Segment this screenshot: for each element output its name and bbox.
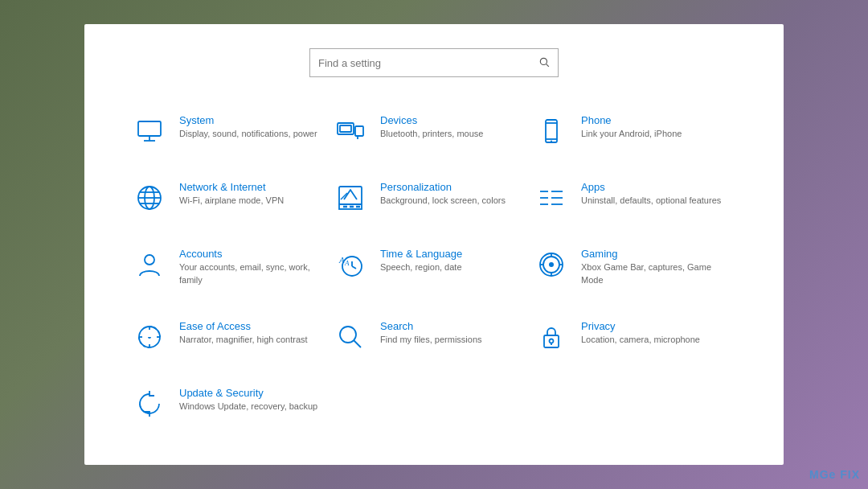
search-icon [334, 320, 367, 354]
devices-desc: Bluetooth, printers, mouse [380, 128, 483, 140]
search-input[interactable] [318, 57, 538, 69]
ease-desc: Narrator, magnifier, high contrast [179, 334, 308, 346]
gaming-desc: Xbox Game Bar, captures, Game Mode [581, 261, 726, 286]
settings-item-update[interactable]: Update & Security Windows Update, recove… [133, 374, 334, 441]
accounts-title: Accounts [179, 248, 324, 260]
settings-item-privacy[interactable]: Privacy Location, camera, microphone [534, 307, 735, 374]
gaming-title: Gaming [581, 248, 726, 260]
settings-item-system[interactable]: System Display, sound, notifications, po… [133, 101, 334, 168]
svg-rect-8 [340, 125, 351, 132]
system-text: System Display, sound, notifications, po… [179, 114, 317, 140]
ease-title: Ease of Access [179, 320, 308, 332]
ease-text: Ease of Access Narrator, magnifier, high… [179, 320, 308, 346]
devices-icon [334, 114, 367, 148]
search-text: Search Find my files, permissions [380, 320, 482, 346]
svg-line-48 [354, 340, 361, 347]
settings-window: System Display, sound, notifications, po… [84, 24, 784, 465]
accounts-text: Accounts Your accounts, email, sync, wor… [179, 248, 324, 286]
svg-point-50 [550, 339, 554, 343]
svg-point-0 [540, 58, 547, 64]
settings-item-gaming[interactable]: Gaming Xbox Game Bar, captures, Game Mod… [534, 235, 735, 306]
apps-text: Apps Uninstall, defaults, optional featu… [581, 181, 721, 207]
svg-point-29 [145, 255, 154, 265]
settings-item-time[interactable]: A A Time & Language Speech, region, date [334, 235, 534, 306]
privacy-icon [534, 320, 568, 354]
settings-item-ease[interactable]: Ease of Access Narrator, magnifier, high… [133, 307, 334, 374]
search-bar [309, 48, 559, 77]
settings-item-apps[interactable]: Apps Uninstall, defaults, optional featu… [534, 168, 735, 235]
svg-line-1 [547, 64, 549, 66]
personalization-desc: Background, lock screen, colors [380, 195, 506, 207]
search-desc: Find my files, permissions [380, 334, 482, 346]
settings-item-search[interactable]: Search Find my files, permissions [334, 307, 534, 374]
phone-title: Phone [581, 114, 682, 126]
update-desc: Windows Update, recovery, backup [179, 401, 317, 413]
phone-desc: Link your Android, iPhone [581, 128, 682, 140]
settings-item-accounts[interactable]: Accounts Your accounts, email, sync, wor… [133, 235, 334, 306]
apps-title: Apps [581, 181, 721, 193]
network-desc: Wi-Fi, airplane mode, VPN [179, 195, 284, 207]
update-icon [133, 387, 166, 421]
accounts-icon [133, 248, 166, 281]
settings-grid: System Display, sound, notifications, po… [133, 101, 735, 441]
watermark: MGe FIX [809, 468, 860, 481]
phone-text: Phone Link your Android, iPhone [581, 114, 682, 140]
phone-icon [534, 114, 568, 148]
privacy-text: Privacy Location, camera, microphone [581, 320, 700, 346]
svg-rect-49 [544, 335, 559, 347]
privacy-desc: Location, camera, microphone [581, 334, 700, 346]
search-icon [538, 56, 550, 70]
svg-rect-2 [138, 121, 161, 136]
accounts-desc: Your accounts, email, sync, work, family [179, 261, 324, 286]
personalization-icon [334, 181, 367, 215]
settings-item-devices[interactable]: Devices Bluetooth, printers, mouse [334, 101, 534, 168]
svg-point-12 [551, 141, 552, 142]
gaming-icon [534, 248, 568, 281]
svg-rect-6 [355, 126, 363, 136]
system-desc: Display, sound, notifications, power [179, 128, 317, 140]
search-title: Search [380, 320, 482, 332]
apps-desc: Uninstall, defaults, optional features [581, 195, 721, 207]
personalization-title: Personalization [380, 181, 506, 193]
time-title: Time & Language [380, 248, 462, 260]
ease-icon [133, 320, 166, 354]
system-icon [133, 114, 166, 148]
settings-item-phone[interactable]: Phone Link your Android, iPhone [534, 101, 735, 168]
settings-item-network[interactable]: Network & Internet Wi-Fi, airplane mode,… [133, 168, 334, 235]
time-text: Time & Language Speech, region, date [380, 248, 462, 273]
devices-title: Devices [380, 114, 483, 126]
svg-line-32 [352, 266, 356, 269]
system-title: System [179, 114, 317, 126]
gaming-text: Gaming Xbox Game Bar, captures, Game Mod… [581, 248, 726, 286]
devices-text: Devices Bluetooth, printers, mouse [380, 114, 483, 140]
svg-text:A: A [344, 259, 350, 267]
time-icon: A A [334, 248, 367, 281]
search-bar-wrapper [133, 48, 735, 77]
network-text: Network & Internet Wi-Fi, airplane mode,… [179, 181, 284, 207]
apps-icon [534, 181, 568, 215]
update-title: Update & Security [179, 387, 317, 399]
personalization-text: Personalization Background, lock screen,… [380, 181, 506, 207]
network-title: Network & Internet [179, 181, 284, 193]
update-text: Update & Security Windows Update, recove… [179, 387, 317, 413]
svg-text:A: A [338, 255, 345, 265]
privacy-title: Privacy [581, 320, 700, 332]
svg-point-41 [549, 262, 554, 267]
time-desc: Speech, region, date [380, 261, 462, 273]
network-icon [133, 181, 166, 215]
settings-item-personalization[interactable]: Personalization Background, lock screen,… [334, 168, 534, 235]
